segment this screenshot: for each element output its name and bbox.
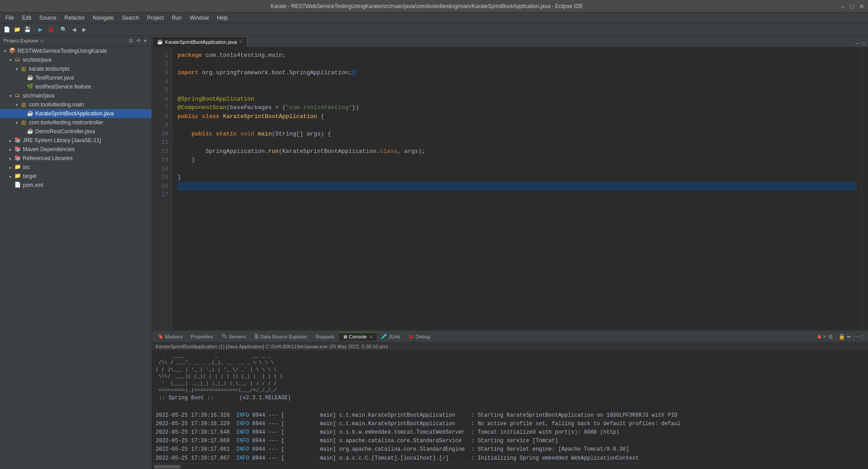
console-remove-btn[interactable]: ✕ xyxy=(822,334,827,340)
tree-item-karate[interactable]: ▾ ⊞ karate.testscripts xyxy=(0,64,152,73)
tree-item-src-main[interactable]: ▾ 🗂 src/main/java xyxy=(0,91,152,100)
tree-item-testrunner[interactable]: ☕ TestRunner.java xyxy=(0,73,152,82)
arrow-target: ▸ xyxy=(7,174,13,179)
console-ascii-5: ' |____| .__|_| |_|_| |_\__, | / / / / xyxy=(156,380,864,387)
minimize-button[interactable]: – xyxy=(841,3,845,10)
editor-gutter-right xyxy=(862,47,868,330)
editor-tab-karateapp[interactable]: ☕ KarateSprintBootApplication.java ✕ xyxy=(152,36,247,47)
toolbar-debug[interactable]: 🐞 xyxy=(46,25,55,34)
label-src-dir: src xyxy=(23,164,30,170)
explorer-content: ▾ 📦 RESTWebServiceTestingUsingKarate ▾ 🗂… xyxy=(0,46,152,469)
arrow-reflibs: ▸ xyxy=(7,156,13,161)
menu-file[interactable]: File xyxy=(2,14,17,22)
toolbar-save[interactable]: 💾 xyxy=(22,25,32,34)
bottom-tab-snippets[interactable]: Snippets xyxy=(312,333,338,341)
explorer-collapse-all[interactable]: ⊟ xyxy=(127,38,134,44)
bottom-tab-markers[interactable]: 🔖 Markers xyxy=(154,332,186,341)
arrow-root: ▾ xyxy=(2,49,8,54)
console-stop-btn[interactable]: ■ xyxy=(817,333,821,340)
maximize-button[interactable]: □ xyxy=(850,3,854,10)
toolbar-back[interactable]: ◀ xyxy=(69,25,79,34)
junit-label: JUnit xyxy=(389,334,400,339)
bottom-tab-servers[interactable]: 🔌 Servers xyxy=(218,332,250,341)
line-num-3: 3 xyxy=(156,68,168,77)
menu-run[interactable]: Run xyxy=(168,14,185,22)
console-log-6: 2022-05-25 17:39:17.867 INFO 8944 --- [ … xyxy=(156,454,864,463)
code-line-5 xyxy=(178,86,856,95)
bottom-tab-junit[interactable]: 🧪 JUnit xyxy=(377,332,403,341)
menu-project[interactable]: Project xyxy=(144,14,167,22)
console-maximize-btn[interactable]: □ xyxy=(861,334,864,340)
console-tab-close[interactable]: ✕ xyxy=(369,334,373,339)
tree-item-karateapp[interactable]: ☕ KarateSprintBootApplication.java xyxy=(0,109,152,118)
menu-window[interactable]: Window xyxy=(186,14,212,22)
tree-item-root[interactable]: ▾ 📦 RESTWebServiceTestingUsingKarate xyxy=(0,46,152,55)
editor-area: ☕ KarateSprintBootApplication.java ✕ ─ □… xyxy=(152,36,868,469)
bottom-tab-datasource[interactable]: 🗄 Data Source Explorer xyxy=(250,333,311,341)
console-minimize-btn[interactable]: ─ xyxy=(856,334,860,340)
toolbar-forward[interactable]: ▶ xyxy=(79,25,89,34)
console-word-wrap-btn[interactable]: ⬌ xyxy=(847,334,851,340)
tree-item-com-rest[interactable]: ▾ ⊞ com.tools4testing.restcontroller xyxy=(0,118,152,127)
menu-search[interactable]: Search xyxy=(119,14,143,22)
menu-help[interactable]: Help xyxy=(213,14,232,22)
icon-com-rest: ⊞ xyxy=(20,119,28,126)
line-num-14: 14 xyxy=(156,165,168,173)
toolbar-open[interactable]: 📁 xyxy=(12,25,22,34)
bottom-tab-debug[interactable]: 🐞 Debug xyxy=(404,332,433,341)
label-demo: DemoRestController.java xyxy=(35,128,95,135)
tree-item-demo[interactable]: ☕ DemoRestController.java xyxy=(0,127,152,136)
menu-navigate[interactable]: Navigate xyxy=(89,14,117,22)
code-content[interactable]: package com.tools4testing.main; import o… xyxy=(172,47,862,330)
console-hscrollbar[interactable] xyxy=(152,464,868,469)
console-sep2 xyxy=(853,333,854,341)
explorer-menu[interactable]: ▾ xyxy=(143,38,148,44)
console-content[interactable]: . ____ _ __ _ _ /\\ / ___'_ __ _ _(_)_ _… xyxy=(152,351,868,464)
arrow-src-test: ▾ xyxy=(7,58,13,63)
toolbar-search[interactable]: 🔍 xyxy=(59,25,68,34)
tab-close-karateapp[interactable]: ✕ xyxy=(239,39,242,44)
bottom-tab-console[interactable]: 🖥 Console ✕ xyxy=(339,332,377,341)
icon-src-main: 🗂 xyxy=(13,92,21,99)
arrow-com-rest: ▾ xyxy=(13,120,20,125)
tree-item-jre[interactable]: ▸ 📚 JRE System Library [JavaSE-11] xyxy=(0,136,152,145)
console-spring-label: :: Spring Boot :: (v2.3.1.RELEASE) xyxy=(156,394,864,402)
explorer-link-editor[interactable]: ⟲ xyxy=(135,38,142,44)
editor-minimize-btn[interactable]: ─ xyxy=(855,40,860,47)
line-num-1: 1 xyxy=(156,51,168,60)
main-area: Project Explorer ☆ ⊟ ⟲ ▾ ▾ 📦 RESTWebServ… xyxy=(0,36,868,469)
editor-tabs: ☕ KarateSprintBootApplication.java ✕ ─ □ xyxy=(152,36,868,47)
console-header-text: KarateSprintBootApplication (1) [Java Ap… xyxy=(156,344,388,349)
tree-item-reflibs[interactable]: ▸ 📚 Referenced Libraries xyxy=(0,154,152,163)
tree-item-maven[interactable]: ▸ 📚 Maven Dependencies xyxy=(0,145,152,154)
icon-testrest: 🌿 xyxy=(26,83,34,90)
tree-item-com-main[interactable]: ▾ ⊞ com.tools4testing.main xyxy=(0,100,152,109)
code-line-12: SpringApplication.run(KarateSprintBootAp… xyxy=(178,147,856,156)
label-src-test: src/test/java xyxy=(23,57,51,63)
code-editor[interactable]: 1 2 3 4 5 6 7 8 9 10 11 12 13 14 15 16 1 xyxy=(152,47,868,330)
line-num-15: 15 xyxy=(156,173,168,182)
tree-item-target[interactable]: ▸ 📁 target xyxy=(0,172,152,181)
toolbar-new[interactable]: 📄 xyxy=(2,25,12,34)
tree-item-src-dir[interactable]: ▸ 📁 src xyxy=(0,163,152,172)
line-num-9: 9 xyxy=(156,121,168,130)
bottom-tab-properties[interactable]: Properties xyxy=(187,333,217,341)
tree-item-pom[interactable]: 📄 pom.xml xyxy=(0,181,152,190)
line-num-16: 16 xyxy=(156,182,168,191)
label-jre: JRE System Library [JavaSE-11] xyxy=(23,137,101,144)
icon-maven: 📚 xyxy=(13,146,21,153)
tree-item-src-test[interactable]: ▾ 🗂 src/test/java xyxy=(0,55,152,64)
menu-source[interactable]: Source xyxy=(36,14,60,22)
toolbar-separator-1 xyxy=(34,25,34,34)
toolbar-run[interactable]: ▶ xyxy=(35,25,45,34)
code-line-8: public class KarateSprintBootApplication… xyxy=(178,112,856,121)
menu-edit[interactable]: Edit xyxy=(18,14,35,22)
tree-item-testrest[interactable]: 🌿 testRestService.feature xyxy=(0,82,152,91)
console-scroll-lock-btn[interactable]: 🔒 xyxy=(838,334,845,340)
editor-maximize-btn[interactable]: □ xyxy=(861,40,866,47)
close-button[interactable]: ✕ xyxy=(859,3,864,10)
menu-refactor[interactable]: Refactor xyxy=(61,14,88,22)
line-num-17: 17 xyxy=(156,190,168,199)
console-clear-btn[interactable]: 🗑 xyxy=(828,334,834,340)
console-hscroll-thumb[interactable] xyxy=(154,465,181,469)
